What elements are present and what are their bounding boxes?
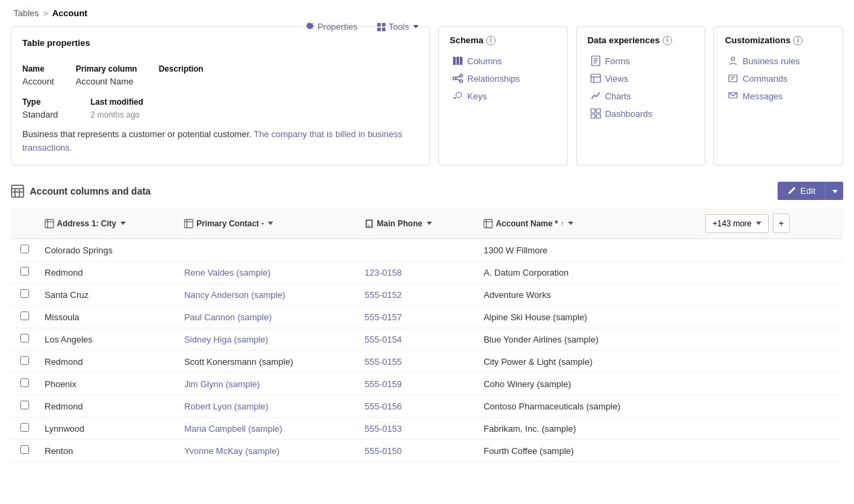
row-extra <box>698 418 843 440</box>
svg-rect-5 <box>456 57 459 65</box>
row-extra <box>698 306 843 328</box>
schema-keys-link[interactable]: Keys <box>450 87 556 105</box>
row-contact[interactable]: Nancy Anderson (sample) <box>177 284 358 306</box>
row-select-checkbox[interactable] <box>20 356 29 365</box>
business-rules-link[interactable]: Business rules <box>725 52 832 70</box>
add-column-button[interactable]: + <box>773 213 790 233</box>
messages-label: Messages <box>742 91 782 101</box>
row-account: City Power & Light (sample) <box>477 351 698 373</box>
tp-primary-col: Primary column Account Name <box>76 64 137 86</box>
table-row: Santa Cruz Nancy Anderson (sample) 555-0… <box>11 284 843 306</box>
tools-chevron <box>413 25 419 28</box>
charts-link[interactable]: Charts <box>588 87 694 105</box>
views-link[interactable]: Views <box>588 70 694 87</box>
row-city: Phoenix <box>38 373 177 395</box>
svg-line-11 <box>456 79 460 80</box>
tp-desc-label: Description <box>159 64 204 74</box>
row-select-checkbox[interactable] <box>20 423 29 432</box>
row-extra <box>698 373 843 395</box>
row-contact[interactable]: Rene Valdes (sample) <box>177 261 358 284</box>
city-col-chevron[interactable] <box>120 222 126 225</box>
tp-modified-label: Last modified <box>91 97 143 107</box>
schema-card: Schema i Columns Relationships Keys <box>438 26 568 166</box>
messages-link[interactable]: Messages <box>725 87 832 105</box>
forms-label: Forms <box>605 56 630 66</box>
account-col-chevron[interactable] <box>568 222 573 225</box>
tp-name-col: Name Account <box>22 64 54 86</box>
row-select-checkbox[interactable] <box>20 311 29 320</box>
row-extra <box>698 239 843 261</box>
row-contact[interactable]: Jim Glynn (sample) <box>177 373 358 395</box>
breadcrumb-current: Account <box>52 8 87 18</box>
breadcrumb-parent[interactable]: Tables <box>14 8 39 18</box>
row-select-checkbox[interactable] <box>20 334 29 343</box>
row-checkbox[interactable] <box>11 284 38 306</box>
row-contact[interactable]: Yvonne McKay (sample) <box>177 440 358 462</box>
row-select-checkbox[interactable] <box>20 289 29 298</box>
custom-info-icon[interactable]: i <box>793 36 803 45</box>
data-section-title: Account columns and data <box>30 186 151 197</box>
svg-point-9 <box>460 80 462 82</box>
svg-rect-0 <box>377 22 381 26</box>
table-row: Phoenix Jim Glynn (sample) 555-0159 Coho… <box>11 373 843 395</box>
svg-rect-6 <box>460 57 462 65</box>
description-link[interactable]: The company that is billed in business t… <box>22 129 402 153</box>
edit-icon <box>787 186 797 196</box>
columns-icon <box>452 55 463 66</box>
properties-link[interactable]: Properties <box>305 22 357 32</box>
row-checkbox[interactable] <box>11 306 38 328</box>
row-checkbox[interactable] <box>11 418 38 440</box>
row-checkbox[interactable] <box>11 351 38 373</box>
row-account: Fabrikam, Inc. (sample) <box>477 418 698 440</box>
row-select-checkbox[interactable] <box>20 401 29 409</box>
svg-rect-24 <box>729 75 737 82</box>
schema-columns-label: Columns <box>467 56 502 66</box>
contact-col-chevron[interactable] <box>268 222 273 225</box>
tools-link[interactable]: Tools <box>377 22 419 32</box>
row-checkbox[interactable] <box>11 395 38 418</box>
data-section: Account columns and data Edit Address 1:… <box>0 176 854 462</box>
row-select-checkbox[interactable] <box>20 267 29 276</box>
row-account: Adventure Works <box>477 284 698 306</box>
row-select-checkbox[interactable] <box>20 245 29 253</box>
edit-caret-button[interactable] <box>825 182 843 200</box>
row-phone: 555-0153 <box>358 418 477 440</box>
row-phone <box>358 239 477 261</box>
row-checkbox[interactable] <box>11 239 38 261</box>
row-contact[interactable]: Sidney Higa (sample) <box>177 328 358 351</box>
edit-button[interactable]: Edit <box>778 182 825 200</box>
more-columns-button[interactable]: +143 more <box>705 214 769 233</box>
forms-link[interactable]: Forms <box>588 52 694 70</box>
svg-line-10 <box>456 76 460 78</box>
table-grid-icon <box>11 184 24 198</box>
row-phone: 555-0150 <box>358 440 477 462</box>
row-contact[interactable]: Robert Lyon (sample) <box>177 395 358 418</box>
schema-info-icon[interactable]: i <box>486 36 496 45</box>
row-checkbox[interactable] <box>11 440 38 462</box>
edit-button-group: Edit <box>778 182 843 200</box>
more-columns-label: +143 more <box>713 219 752 228</box>
row-select-checkbox[interactable] <box>20 445 29 454</box>
row-checkbox[interactable] <box>11 328 38 351</box>
schema-relationships-label: Relationships <box>467 74 520 84</box>
tp-type-col: Type Standard <box>22 97 58 120</box>
breadcrumb: Tables > Account <box>0 0 854 26</box>
keys-icon <box>452 91 463 101</box>
row-checkbox[interactable] <box>11 261 38 284</box>
data-experiences-title: Data experiences i <box>588 35 694 45</box>
data-exp-info-icon[interactable]: i <box>663 36 672 45</box>
row-extra <box>698 261 843 284</box>
schema-columns-link[interactable]: Columns <box>450 52 556 70</box>
row-contact[interactable]: Paul Cannon (sample) <box>177 306 358 328</box>
tools-icon <box>377 22 386 32</box>
row-select-checkbox[interactable] <box>20 378 29 387</box>
row-city: Redmond <box>38 395 177 418</box>
data-header-left: Account columns and data <box>11 184 151 198</box>
schema-relationships-link[interactable]: Relationships <box>450 70 556 87</box>
row-phone: 555-0152 <box>358 284 477 306</box>
row-contact[interactable]: Maria Campbell (sample) <box>177 418 358 440</box>
commands-link[interactable]: Commands <box>725 70 832 87</box>
dashboards-link[interactable]: Dashboards <box>588 105 694 122</box>
phone-col-chevron[interactable] <box>427 222 432 225</box>
row-checkbox[interactable] <box>11 373 38 395</box>
